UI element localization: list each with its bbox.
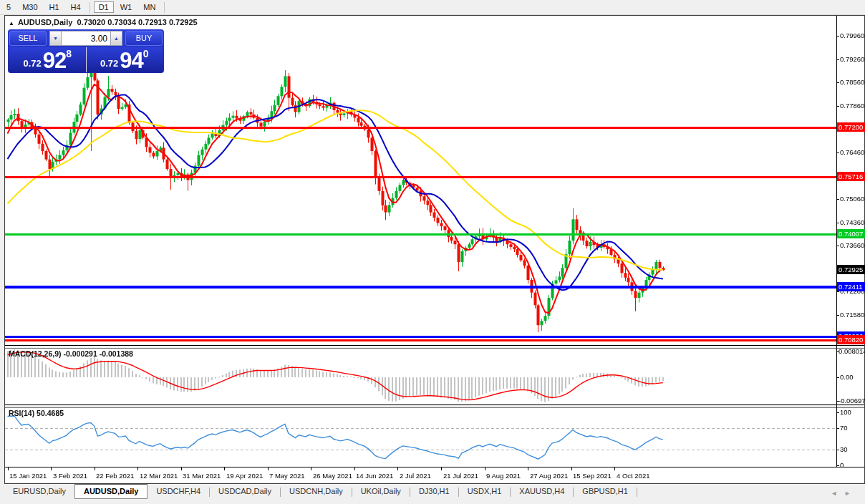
sell-button[interactable]: SELL (9, 31, 47, 46)
one-click-trade-widget: SELL ▼ ▲ BUY 0.72 92 8 0.72 94 0 (8, 29, 164, 73)
sell-price-prefix: 0.72 (23, 56, 41, 72)
timeframe-toolbar: 5M30H1H4D1W1MN (0, 0, 865, 15)
chart-window: ▲AUDUSD,Daily 0.73020 0.73034 0.72913 0.… (4, 15, 865, 484)
chart-tab-GBPUSD[interactable]: GBPUSD,H1 (574, 485, 637, 498)
terminal-screen: 5M30H1H4D1W1MN ▲AUDUSD,Daily 0.73020 0.7… (0, 0, 865, 504)
sell-price-big: 92 (43, 49, 66, 72)
volume-input[interactable] (62, 31, 110, 46)
rsi-indicator-label: RSI(14) 50.4685 (9, 409, 64, 417)
price-chart-canvas[interactable] (5, 16, 864, 483)
timeframe-button-H1[interactable]: H1 (44, 1, 64, 13)
sell-price-pip: 8 (66, 49, 72, 59)
timeframe-button-M30[interactable]: M30 (17, 1, 42, 13)
chart-collapse-icon[interactable]: ▲ (9, 20, 14, 26)
chart-tab-USDCNH[interactable]: USDCNH,Daily (281, 485, 352, 498)
macd-indicator-label: MACD(12,26,9) -0.000291 -0.001388 (9, 349, 133, 358)
chart-tab-XAUUSD[interactable]: XAUUSD,H4 (511, 485, 573, 498)
chart-tab-EURUSD[interactable]: EURUSD,Daily (4, 485, 74, 498)
symbol-tab-bar: EURUSD,DailyAUDUSD,DailyUSDCHF,H4USDCAD,… (0, 484, 865, 504)
chart-tab-USDX[interactable]: USDX,H1 (459, 485, 511, 498)
buy-button[interactable]: BUY (125, 31, 163, 46)
chart-tab-UKOil[interactable]: UKOil,Daily (352, 485, 410, 498)
sell-price-display[interactable]: 0.72 92 8 (9, 47, 86, 72)
timeframe-button-5[interactable]: 5 (1, 1, 16, 13)
tab-scroll-left-icon[interactable]: ◄ (831, 490, 844, 497)
timeframe-button-W1[interactable]: W1 (115, 1, 137, 13)
buy-price-display[interactable]: 0.72 94 0 (87, 47, 163, 72)
volume-increase-button[interactable]: ▲ (110, 31, 122, 46)
tab-divider (637, 488, 637, 497)
buy-price-prefix: 0.72 (100, 56, 118, 72)
buy-price-pip: 0 (143, 49, 149, 59)
chart-ohlc-values: 0.73020 0.73034 0.72913 0.72925 (77, 18, 197, 26)
tab-scroll-right-icon[interactable]: ► (844, 490, 858, 497)
chart-tab-AUDUSD[interactable]: AUDUSD,Daily (74, 484, 148, 499)
chart-title: ▲AUDUSD,Daily 0.73020 0.73034 0.72913 0.… (9, 18, 198, 26)
timeframe-button-H4[interactable]: H4 (66, 1, 86, 13)
chart-tab-USDCHF[interactable]: USDCHF,H4 (148, 485, 209, 498)
timeframe-button-D1[interactable]: D1 (94, 1, 114, 13)
chart-tab-USDCAD[interactable]: USDCAD,Daily (210, 485, 280, 498)
volume-decrease-button[interactable]: ▼ (49, 31, 62, 46)
chart-symbol-label: AUDUSD,Daily (18, 18, 72, 26)
timeframe-button-MN[interactable]: MN (138, 1, 160, 13)
buy-price-big: 94 (120, 49, 142, 72)
chart-tab-DJ30[interactable]: DJ30,H1 (410, 485, 458, 498)
